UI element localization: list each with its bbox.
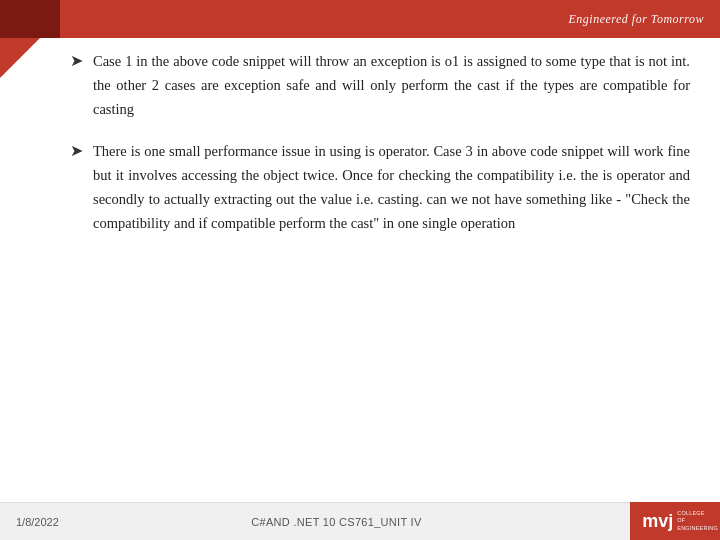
top-bar-dark-accent: [0, 0, 60, 38]
college-badge: mvj COLLEGE OF ENGINEERING: [633, 504, 718, 538]
header-tagline: Engineered for Tomorrow: [568, 0, 704, 38]
bullet-item-2: ➤ There is one small performance issue i…: [70, 140, 690, 236]
main-content: ➤ Case 1 in the above code snippet will …: [70, 50, 690, 485]
bullet-arrow-2: ➤: [70, 141, 83, 160]
bullet-text-1: Case 1 in the above code snippet will th…: [93, 50, 690, 122]
left-diagonal-accent: [0, 38, 40, 78]
college-line-3: ENGINEERING: [677, 525, 718, 532]
college-line-1: COLLEGE: [677, 510, 704, 517]
college-text-block: COLLEGE OF ENGINEERING: [677, 510, 718, 531]
footer-course: C#AND .NET 10 CS761_UNIT IV: [251, 516, 421, 528]
bottom-bar: 1/8/2022 C#AND .NET 10 CS761_UNIT IV: [0, 502, 720, 540]
logo-area: mvj COLLEGE OF ENGINEERING: [630, 502, 720, 540]
logo-letters: mvj: [642, 511, 673, 532]
footer-date: 1/8/2022: [16, 516, 59, 528]
bullet-text-2: There is one small performance issue in …: [93, 140, 690, 236]
college-line-2: OF: [677, 517, 685, 524]
bullet-item-1: ➤ Case 1 in the above code snippet will …: [70, 50, 690, 122]
bullet-arrow-1: ➤: [70, 51, 83, 70]
top-bar: Engineered for Tomorrow: [0, 0, 720, 38]
